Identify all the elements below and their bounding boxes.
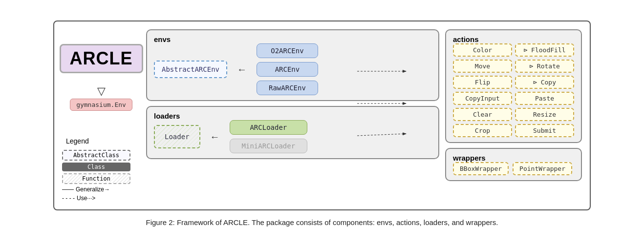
action-copyinput: CopyInput xyxy=(453,92,512,105)
bboxwrapper-box: BBoxWrapper xyxy=(453,162,509,175)
miniarcloader-box: MiniARCLoader xyxy=(230,139,308,153)
action-flip: Flip xyxy=(453,76,512,89)
action-rotate: ⊳ Rotate xyxy=(515,60,574,73)
action-floodfill: ⊳ FloodFill xyxy=(515,43,574,57)
legend-use: - - - -Use···> xyxy=(62,195,130,202)
left-panel: ARCLE ▽ gymnasium.Env Legend AbstractCla… xyxy=(62,29,140,202)
envs-content: AbstractARCEnv ← O2ARCEnv ARCEnv RawARCE… xyxy=(154,43,431,95)
abstract-arc-env-box: AbstractARCEnv xyxy=(154,61,227,78)
action-resize: Resize xyxy=(515,108,574,121)
arcloader-box: ARCLoader xyxy=(230,120,308,135)
action-clear: Clear xyxy=(453,108,512,121)
wrappers-section: wrappers BBoxWrapper PointWrapper xyxy=(445,148,582,181)
inherit-triangle-icon: ▽ xyxy=(97,85,106,98)
pointwrapper-box: PointWrapper xyxy=(513,162,572,175)
action-paste: Paste xyxy=(515,92,574,105)
envs-title: envs xyxy=(154,35,431,43)
action-crop: Crop xyxy=(453,124,512,137)
arcle-title: ARCLE xyxy=(60,44,143,73)
loader-classes: ARCLoader MiniARCLoader xyxy=(230,120,308,153)
legend-class: Class xyxy=(62,163,130,171)
diagram-container: ARCLE ▽ gymnasium.Env Legend AbstractCla… xyxy=(53,21,591,226)
legend-function: Function xyxy=(62,173,130,184)
center-panel: envs AbstractARCEnv ← O2ARCEnv ARCEnv Ra… xyxy=(146,29,439,202)
main-box: ARCLE ▽ gymnasium.Env Legend AbstractCla… xyxy=(53,21,591,210)
loaders-section-box: loaders Loader ← ARCLoader MiniARCLoader xyxy=(146,106,439,159)
actions-grid: Color ⊳ FloodFill Move ⊳ Rotate Flip ⊳ C… xyxy=(453,43,574,137)
figure-caption: Figure 2: Framework of ARCLE. The packag… xyxy=(53,218,591,226)
action-copy: ⊳ Copy xyxy=(515,76,574,89)
legend-title: Legend xyxy=(66,137,89,145)
action-submit: Submit xyxy=(515,124,574,137)
action-move: Move xyxy=(453,60,512,73)
gymnasium-env-box: gymnasium.Env xyxy=(70,99,132,111)
legend-items: AbstractClass Class Function ——Generaliz… xyxy=(62,150,130,202)
wrappers-title: wrappers xyxy=(453,154,574,162)
actions-title: actions xyxy=(453,35,574,43)
right-panel: actions Color ⊳ FloodFill Move ⊳ Rotate … xyxy=(445,29,582,202)
loader-abstract-box: Loader xyxy=(154,125,200,148)
arcenv-box: ARCEnv xyxy=(257,62,318,77)
env-classes: O2ARCEnv ARCEnv RawARCEnv xyxy=(257,43,318,95)
actions-section: actions Color ⊳ FloodFill Move ⊳ Rotate … xyxy=(445,29,582,143)
envs-section-box: envs AbstractARCEnv ← O2ARCEnv ARCEnv Ra… xyxy=(146,29,439,101)
wrappers-row: BBoxWrapper PointWrapper xyxy=(453,162,574,175)
legend-abstract-class: AbstractClass xyxy=(62,150,130,161)
o2arcenv-box: O2ARCEnv xyxy=(257,43,318,58)
legend-generalize: ——Generalize→ xyxy=(62,186,130,193)
left-arrow-envs-icon: ← xyxy=(237,64,247,75)
rawarcenv-box: RawARCEnv xyxy=(257,81,318,95)
action-color: Color xyxy=(453,43,512,57)
loaders-content: Loader ← ARCLoader MiniARCLoader xyxy=(154,120,431,153)
loaders-title: loaders xyxy=(154,112,431,120)
left-arrow-loaders-icon: ← xyxy=(210,131,220,143)
